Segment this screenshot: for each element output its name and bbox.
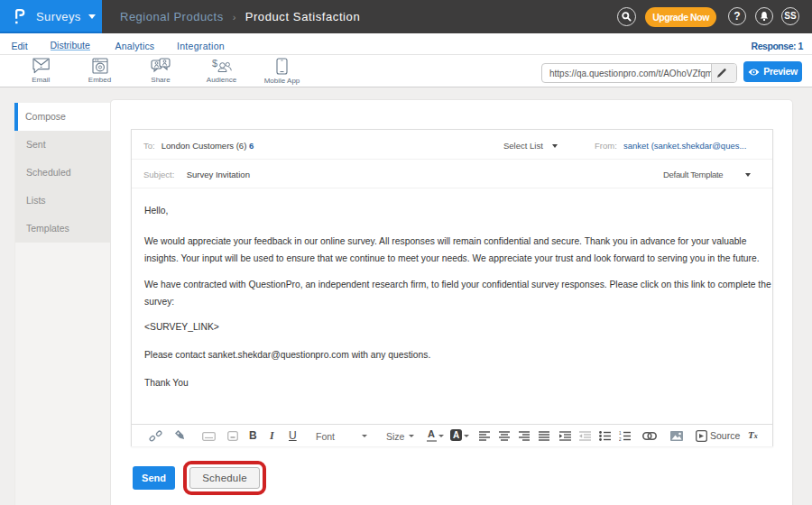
svg-text:2: 2	[619, 437, 622, 441]
svg-text:1: 1	[619, 431, 622, 436]
svg-text:$: $	[212, 58, 217, 69]
